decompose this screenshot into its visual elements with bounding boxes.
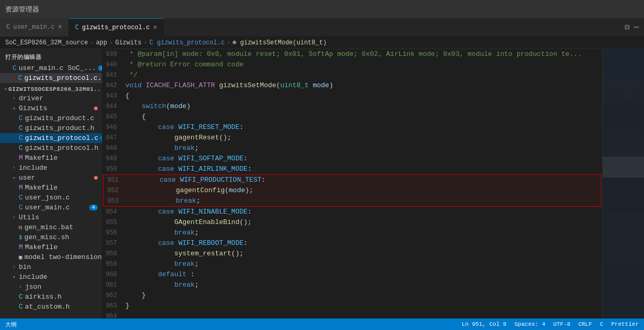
file-c-icon6: C	[19, 204, 23, 211]
file-img-icon: ▣	[19, 254, 22, 261]
sidebar-bin[interactable]: › bin	[0, 262, 102, 272]
sidebar-open-user-main[interactable]: C user_main.c SoC_... 4	[0, 63, 102, 73]
sidebar-at-custom[interactable]: C at_custom.h	[0, 302, 102, 312]
minimap	[602, 49, 644, 319]
sidebar-gizwits-makefile[interactable]: M Makefile	[0, 153, 102, 163]
sidebar-gen-misc-sh[interactable]: $ gen_misc.sh	[0, 232, 102, 242]
folder-arrow-icon: ›	[13, 96, 16, 101]
tab-gizwits-protocol-label: gizwits_protocol.c	[82, 24, 150, 31]
breadcrumb-part-1[interactable]: SoC_ESP8266_32M_source	[5, 39, 88, 46]
status-ln-col: Ln 951, Col 9	[462, 321, 507, 327]
project-arrow-icon: ▾	[4, 86, 7, 92]
sidebar-gizwits-product-h[interactable]: C gizwits_product.h	[0, 123, 102, 133]
line-num-962: 962	[102, 290, 125, 301]
sidebar-user-main[interactable]: C user_main.c 4	[0, 203, 102, 213]
code-line-961: 961 break;	[102, 280, 602, 290]
file-c-icon2: C	[18, 74, 22, 82]
sidebar-utils[interactable]: › Utils	[0, 213, 102, 222]
sidebar-model[interactable]: ▣ model two-dimension ...	[0, 252, 102, 262]
sidebar-json[interactable]: › json	[0, 282, 102, 292]
code-line-953: 953 break;	[103, 196, 601, 206]
status-bar: 大纲 Ln 951, Col 9 Spaces: 4 UTF-8 CRLF C …	[0, 319, 644, 330]
tab-gizwits-protocol[interactable]: C gizwits_protocol.c ×	[69, 18, 164, 37]
sidebar-bin-label: bin	[19, 263, 31, 271]
sidebar-gen-misc-bat[interactable]: ⊟ gen_misc.bat	[0, 222, 102, 232]
sidebar-gizwits[interactable]: ▾ Gizwits	[0, 103, 102, 113]
tab-c-active-icon: C	[75, 24, 79, 31]
code-content-960: default :	[125, 269, 602, 280]
tab-user-main-close[interactable]: ×	[57, 23, 62, 31]
sidebar-gizwits-protocol-c-label: gizwits_protocol.c	[25, 134, 98, 142]
breadcrumb-part-3[interactable]: Gizwits	[115, 39, 141, 46]
code-line-942: 942 void ICACHE_FLASH_ATTR gizwitsSetMod…	[102, 80, 602, 91]
sidebar-user-main-badge: 4	[89, 205, 98, 210]
sidebar-include-2-label: include	[19, 273, 48, 281]
tab-user-main-label: user_main.c	[13, 23, 54, 31]
sidebar-airkiss-label: airkiss.h	[25, 293, 62, 301]
code-content-942: void ICACHE_FLASH_ATTR gizwitsSetMode(ui…	[125, 80, 602, 91]
sidebar-project-header[interactable]: ▾ GIZWITSSOCESP8266_32M01...	[0, 83, 102, 93]
sidebar-include-2[interactable]: ▾ include	[0, 272, 102, 282]
sidebar-driver-label: driver	[19, 95, 43, 102]
sidebar-user-makefile[interactable]: M Makefile	[0, 183, 102, 193]
code-content-948: break;	[125, 143, 602, 154]
code-content-949: case WIFI_SOFTAP_MODE:	[125, 154, 602, 164]
sidebar-gizwits-protocol-h[interactable]: C gizwits_protocol.h	[0, 143, 102, 153]
split-editor-icon[interactable]: ⊟	[625, 22, 630, 32]
code-area[interactable]: 939 * @param[in] mode: 0x0, module reset…	[102, 49, 602, 319]
sidebar-user[interactable]: ▾ user	[0, 173, 102, 183]
line-num-943: 943	[102, 91, 125, 101]
tab-actions: ⊟ ⋯	[625, 22, 644, 32]
sidebar: 打开的编辑器 C user_main.c SoC_... 4 ✕ C gizwi…	[0, 49, 102, 319]
line-num-955: 955	[102, 217, 125, 228]
file-c-icon5: C	[19, 194, 23, 202]
sidebar-open-gizwits-protocol[interactable]: ✕ C gizwits_protocol.c... 3	[0, 73, 102, 83]
more-actions-icon[interactable]: ⋯	[634, 22, 639, 32]
code-line-963: 963 }	[102, 301, 602, 311]
code-content-947: gagentReset();	[125, 133, 602, 143]
code-content-959: break;	[125, 259, 602, 269]
sidebar-user-json[interactable]: C user_json.c	[0, 193, 102, 203]
sidebar-driver[interactable]: › driver	[0, 93, 102, 103]
sidebar-project-title: GIZWITSSOCESP8266_32M01...	[8, 86, 102, 92]
status-lang: C	[600, 321, 604, 327]
line-num-952: 952	[103, 185, 127, 196]
file-c-icon: C	[13, 64, 17, 72]
sidebar-include-1[interactable]: › include	[0, 163, 102, 173]
status-outline[interactable]: 大纲	[5, 321, 17, 328]
code-line-943: 943 {	[102, 91, 602, 101]
line-num-961: 961	[102, 280, 125, 290]
tab-user-main[interactable]: C user_main.c ×	[0, 18, 69, 37]
sidebar-gizwits-product-c[interactable]: C gizwits_product.c	[0, 113, 102, 123]
file-m-icon2: M	[19, 184, 23, 192]
tab-bar: C user_main.c × C gizwits_protocol.c × ⊟…	[0, 18, 644, 37]
breadcrumb-part-4[interactable]: C gizwits_protocol.c	[149, 39, 225, 46]
file-sh-icon: $	[19, 234, 22, 241]
sidebar-airkiss[interactable]: C airkiss.h	[0, 292, 102, 302]
minimap-slider[interactable]	[603, 157, 644, 178]
file-h-icon3: C	[19, 293, 23, 301]
code-content-941: */	[125, 70, 602, 80]
close-x-icon[interactable]: ✕	[13, 75, 16, 81]
code-line-938: 939 * @param[in] mode: 0x0, module reset…	[102, 49, 602, 60]
code-line-944: 944 switch(mode)	[102, 101, 602, 112]
tab-gizwits-protocol-close[interactable]: ×	[153, 23, 157, 32]
sidebar-gizwits-protocol-h-label: gizwits_protocol.h	[25, 144, 98, 152]
line-num-944: 944	[102, 101, 125, 112]
user-dot	[94, 176, 98, 180]
sidebar-user-label: user	[19, 174, 35, 182]
line-num-938: 939	[102, 49, 125, 60]
sidebar-gen-misc-sh-label: gen_misc.sh	[25, 233, 69, 241]
file-h-icon: C	[19, 124, 23, 132]
breadcrumb-part-2[interactable]: app	[96, 39, 108, 46]
code-content-952: gagentConfig(mode);	[127, 185, 601, 196]
sidebar-makefile-root[interactable]: M Makefile	[0, 242, 102, 252]
code-line-952: 952 gagentConfig(mode);	[103, 185, 601, 196]
code-content-943: {	[125, 91, 602, 101]
breadcrumb-part-5[interactable]: ⊛ gizwitsSetMode(uint8_t)	[232, 39, 326, 46]
line-num-964: 964	[102, 311, 125, 319]
code-line-947: 947 gagentReset();	[102, 133, 602, 143]
line-num-957: 957	[102, 238, 125, 249]
sidebar-gizwits-protocol-c[interactable]: C gizwits_protocol.c 3	[0, 133, 102, 143]
code-content-961: break;	[125, 280, 602, 290]
